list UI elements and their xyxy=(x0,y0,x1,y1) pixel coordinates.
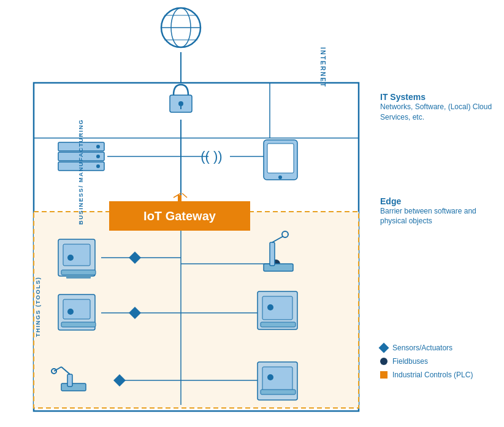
diagram-container: INTERNET xyxy=(0,0,504,427)
svg-rect-46 xyxy=(66,275,91,279)
legend: Sensors/Actuators Fieldbuses Industrial … xyxy=(380,344,503,384)
legend-plc-label: Industrial Controls (PLC) xyxy=(392,371,473,379)
diamond-icon xyxy=(379,343,389,353)
svg-rect-44 xyxy=(67,255,74,261)
svg-rect-56 xyxy=(264,264,293,271)
legend-sensors: Sensors/Actuators xyxy=(380,344,503,352)
right-labels: IT Systems Networks, Software, (Local) C… xyxy=(380,92,500,226)
svg-rect-40 xyxy=(267,144,294,173)
svg-rect-52 xyxy=(67,374,72,387)
svg-rect-48 xyxy=(63,299,90,319)
svg-rect-57 xyxy=(270,242,275,266)
svg-point-37 xyxy=(96,164,100,168)
edge-title: Edge xyxy=(380,196,500,206)
svg-rect-66 xyxy=(267,374,273,380)
it-systems-section: IT Systems Networks, Software, (Local) C… xyxy=(380,92,500,123)
svg-rect-61 xyxy=(262,296,292,320)
svg-point-35 xyxy=(96,155,100,158)
svg-point-30 xyxy=(178,101,183,106)
svg-rect-49 xyxy=(67,309,74,315)
svg-rect-72 xyxy=(178,195,181,204)
svg-line-74 xyxy=(182,193,187,198)
svg-rect-43 xyxy=(63,244,90,266)
svg-rect-50 xyxy=(61,322,96,327)
svg-text:INTERNET: INTERNET xyxy=(319,47,326,88)
svg-rect-67 xyxy=(261,390,296,394)
svg-rect-51 xyxy=(61,383,86,391)
legend-sensors-label: Sensors/Actuators xyxy=(392,344,452,352)
svg-rect-62 xyxy=(267,304,273,310)
svg-rect-65 xyxy=(262,367,292,390)
edge-desc: Barrier between software and physical ob… xyxy=(380,206,500,227)
it-systems-desc: Networks, Software, (Local) Cloud Servic… xyxy=(380,102,500,123)
svg-text:IoT Gateway: IoT Gateway xyxy=(143,209,216,223)
circle-icon xyxy=(380,358,388,365)
svg-text:THINGS (TOOLS): THINGS (TOOLS) xyxy=(34,277,41,337)
legend-fieldbuses-label: Fieldbuses xyxy=(392,357,428,366)
svg-rect-63 xyxy=(261,322,296,327)
svg-text:(( )): (( )) xyxy=(200,148,222,164)
svg-point-41 xyxy=(278,175,282,179)
edge-section: Edge Barrier between software and physic… xyxy=(380,196,500,227)
square-icon xyxy=(380,371,388,379)
svg-point-33 xyxy=(96,145,100,148)
svg-text:BUSINESS/ MANUFACTURING: BUSINESS/ MANUFACTURING xyxy=(77,119,84,225)
legend-plc: Industrial Controls (PLC) xyxy=(380,371,503,379)
it-systems-title: IT Systems xyxy=(380,92,500,102)
svg-rect-45 xyxy=(61,270,96,275)
legend-fieldbuses: Fieldbuses xyxy=(380,357,503,366)
